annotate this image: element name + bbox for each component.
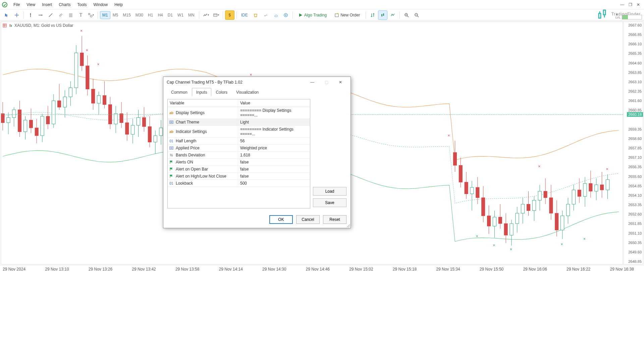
- column-variable[interactable]: Variable: [168, 99, 238, 107]
- signal-icon[interactable]: [261, 10, 270, 20]
- dialog-minimize-button[interactable]: —: [306, 78, 319, 87]
- vps-icon[interactable]: [271, 10, 280, 20]
- save-button[interactable]: Save: [313, 198, 346, 207]
- param-row[interactable]: ½Bands Deviation1.618: [168, 152, 310, 159]
- dialog-maximize-button[interactable]: ▢: [320, 78, 333, 87]
- parameters-table[interactable]: Variable Value abDisplay Settings=======…: [167, 99, 310, 208]
- timeframe-d1[interactable]: D1: [165, 11, 175, 19]
- zoom-in-icon[interactable]: [402, 10, 411, 20]
- level-bar[interactable]: [622, 15, 642, 19]
- restore-button[interactable]: ❐: [627, 2, 634, 8]
- text-tool-icon[interactable]: T: [76, 10, 86, 20]
- fibonacci-icon[interactable]: [66, 10, 75, 20]
- toolbar-separator: [399, 11, 400, 19]
- price-tick: 2660.85: [628, 108, 642, 112]
- param-value[interactable]: false: [238, 166, 310, 173]
- param-row[interactable]: Alert on High/Low Not Closefalse: [168, 173, 310, 180]
- param-value[interactable]: ========= Display Settings ======...: [238, 107, 310, 118]
- tab-colors[interactable]: Colors: [211, 88, 232, 96]
- timeframe-w1[interactable]: W1: [175, 11, 186, 19]
- cursor-tool-icon[interactable]: [2, 10, 11, 20]
- param-row[interactable]: 01Half Length56: [168, 138, 310, 145]
- cancel-button[interactable]: Cancel: [296, 215, 320, 224]
- param-value[interactable]: 56: [238, 138, 310, 144]
- param-row[interactable]: Alert on Open Barfalse: [168, 166, 310, 173]
- reset-button[interactable]: Reset: [323, 215, 346, 224]
- price-tick: 2662.35: [628, 89, 642, 93]
- crosshair-tool-icon[interactable]: [12, 10, 21, 20]
- templates-icon[interactable]: ▾: [211, 10, 221, 20]
- timeframe-m1[interactable]: M1: [100, 11, 110, 19]
- market-icon[interactable]: [251, 10, 260, 20]
- menu-charts[interactable]: Charts: [55, 1, 74, 8]
- param-value[interactable]: 500: [238, 180, 310, 187]
- toolbar-separator: [98, 11, 98, 19]
- sort-icon[interactable]: [368, 10, 377, 20]
- price-tick: 2651.85: [628, 222, 642, 226]
- ide-button[interactable]: IDE: [239, 11, 250, 19]
- menu-window[interactable]: Window: [90, 1, 111, 8]
- objects-icon[interactable]: ▾: [86, 10, 96, 20]
- timeframe-h1[interactable]: H1: [146, 11, 155, 19]
- param-row[interactable]: Chart ThemeLight: [168, 119, 310, 126]
- param-value[interactable]: ========= Indicator Settings =====...: [238, 126, 310, 137]
- new-order-button[interactable]: New Order: [331, 11, 364, 19]
- menu-insert[interactable]: Insert: [39, 1, 55, 8]
- param-row[interactable]: Alerts ONfalse: [168, 159, 310, 166]
- menu-view[interactable]: View: [23, 1, 39, 8]
- tab-visualization[interactable]: Visualization: [232, 88, 263, 96]
- candlestick-icon[interactable]: [378, 10, 387, 20]
- timeframe-mn[interactable]: MN: [186, 11, 197, 19]
- column-value[interactable]: Value: [238, 99, 310, 107]
- param-value[interactable]: Light: [238, 119, 310, 126]
- menu-tools[interactable]: Tools: [74, 1, 90, 8]
- chart-mini-icon[interactable]: [8, 23, 13, 28]
- line-chart-icon[interactable]: [388, 10, 397, 20]
- price-axis[interactable]: 2667.602666.852666.102665.352664.602663.…: [623, 22, 643, 264]
- svg-point-0: [2, 2, 7, 7]
- svg-rect-134: [516, 213, 519, 224]
- deposit-icon[interactable]: $: [225, 10, 234, 20]
- timeframe-h4[interactable]: H4: [155, 11, 165, 19]
- mql5-icon[interactable]: [281, 10, 290, 20]
- param-name: Chart Theme: [176, 120, 199, 125]
- svg-rect-29: [599, 13, 601, 18]
- vertical-line-icon[interactable]: [26, 10, 35, 20]
- grid-icon[interactable]: [2, 23, 7, 28]
- param-value[interactable]: false: [238, 173, 310, 180]
- resize-grip-icon[interactable]: [346, 224, 350, 227]
- load-button[interactable]: Load: [313, 187, 346, 196]
- param-row[interactable]: abIndicator Settings========= Indicator …: [168, 126, 310, 138]
- menu-help[interactable]: Help: [111, 1, 126, 8]
- channel-icon[interactable]: [56, 10, 65, 20]
- param-value[interactable]: false: [238, 159, 310, 165]
- price-tick: 2654.85: [628, 184, 642, 188]
- param-row[interactable]: Applied PriceWeighted price: [168, 145, 310, 152]
- algo-trading-button[interactable]: Algo Trading: [295, 11, 330, 19]
- svg-rect-62: [63, 97, 66, 107]
- dialog-close-button[interactable]: ✕: [334, 78, 347, 87]
- timeframe-m5[interactable]: M5: [110, 11, 121, 19]
- price-tick: 2657.85: [628, 146, 642, 150]
- param-value[interactable]: Weighted price: [238, 145, 310, 151]
- dialog-titlebar[interactable]: Cap Channel Trading MT5 - By TFlab 1.02 …: [163, 77, 351, 88]
- minimize-button[interactable]: —: [619, 2, 626, 8]
- timeframe-m15[interactable]: M15: [120, 11, 133, 19]
- horizontal-line-icon[interactable]: [36, 10, 45, 20]
- tab-common[interactable]: Common: [167, 88, 192, 96]
- tab-inputs[interactable]: Inputs: [192, 88, 212, 96]
- param-row[interactable]: 01Lookback500: [168, 180, 310, 187]
- menu-file[interactable]: File: [10, 1, 23, 8]
- param-value[interactable]: 1.618: [238, 152, 310, 158]
- chart-type-icon[interactable]: ▾: [201, 10, 211, 20]
- timeframe-m30[interactable]: M30: [133, 11, 146, 19]
- price-tick: 2653.35: [628, 203, 642, 207]
- ok-button[interactable]: OK: [269, 215, 293, 224]
- zoom-out-icon[interactable]: [412, 10, 421, 20]
- svg-rect-150: [561, 216, 564, 230]
- trendline-icon[interactable]: [46, 10, 55, 20]
- param-name: Alerts ON: [176, 160, 193, 164]
- svg-rect-166: [606, 180, 609, 190]
- close-button[interactable]: ✕: [635, 2, 642, 8]
- param-row[interactable]: abDisplay Settings========= Display Sett…: [168, 107, 310, 119]
